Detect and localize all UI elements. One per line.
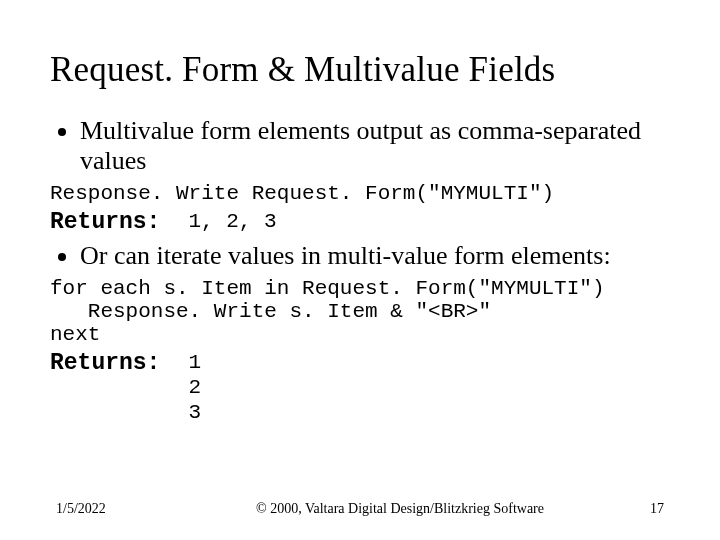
slide-title: Request. Form & Multivalue Fields (50, 50, 670, 90)
slide: Request. Form & Multivalue Fields Multiv… (0, 0, 720, 540)
returns-value: 1, 2, 3 (188, 209, 276, 234)
returns-label: Returns: (50, 350, 160, 376)
returns-block-2: Returns: 1 2 3 (50, 350, 670, 426)
code-line: Response. Write s. Item & "<BR>" (50, 300, 670, 323)
returns-value: 1 2 3 (188, 350, 201, 426)
code-line: next (50, 323, 670, 346)
footer-date: 1/5/2022 (0, 501, 256, 517)
footer-page-number: 17 (544, 501, 720, 517)
bullet-item: Multivalue form elements output as comma… (80, 116, 670, 176)
returns-block-1: Returns: 1, 2, 3 (50, 209, 670, 235)
bullet-list-2: Or can iterate values in multi-value for… (50, 241, 670, 271)
footer-copyright: © 2000, Valtara Digital Design/Blitzkrie… (256, 501, 544, 518)
slide-footer: 1/5/2022 © 2000, Valtara Digital Design/… (0, 501, 720, 518)
bullet-list-1: Multivalue form elements output as comma… (50, 116, 670, 176)
code-line: Response. Write Request. Form("MYMULTI") (50, 182, 670, 205)
returns-label: Returns: (50, 209, 160, 235)
code-line: for each s. Item in Request. Form("MYMUL… (50, 277, 670, 300)
bullet-item: Or can iterate values in multi-value for… (80, 241, 670, 271)
